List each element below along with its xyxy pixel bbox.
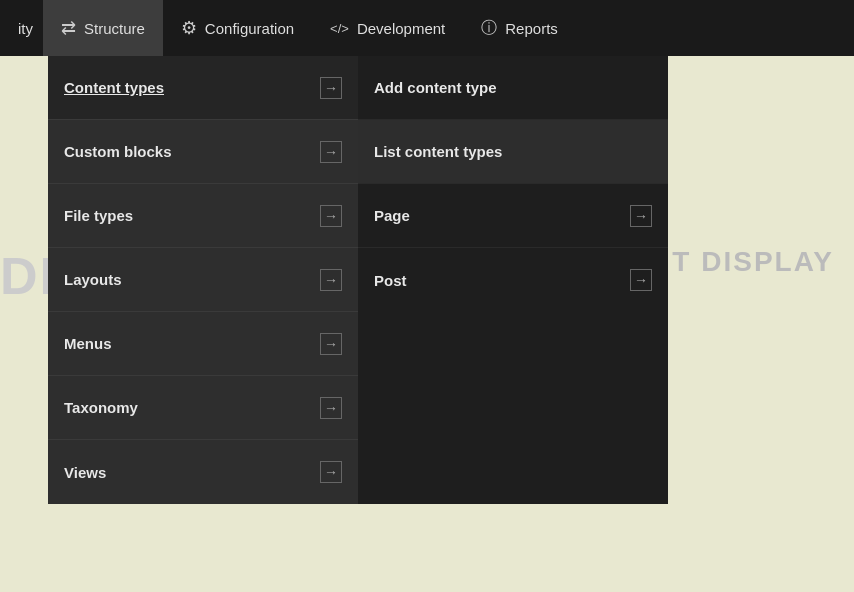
structure-icon: ⇄ <box>61 17 76 39</box>
views-label: Views <box>64 464 106 481</box>
nav-item-configuration[interactable]: ⚙ Configuration <box>163 0 312 56</box>
dropdown-item-views[interactable]: Views → <box>48 440 358 504</box>
menus-label: Menus <box>64 335 112 352</box>
dropdown-item-file-types[interactable]: File types → <box>48 184 358 248</box>
dropdown-item-layouts[interactable]: Layouts → <box>48 248 358 312</box>
nav-item-structure[interactable]: ⇄ Structure <box>43 0 163 56</box>
submenu-item-page[interactable]: Page → <box>358 184 668 248</box>
submenu-item-add-content-type[interactable]: Add content type <box>358 56 668 120</box>
nav-item-reports[interactable]: ⓘ Reports <box>463 0 576 56</box>
submenu-item-post[interactable]: Post → <box>358 248 668 312</box>
page-label: Page <box>374 207 410 224</box>
partial-label: ity <box>18 20 33 37</box>
file-types-label: File types <box>64 207 133 224</box>
nav-partial: ity <box>0 0 43 56</box>
dropdown-item-content-types[interactable]: Content types → <box>48 56 358 120</box>
development-icon: </> <box>330 21 349 36</box>
t-display-text: T DISPLAY <box>672 246 834 278</box>
add-content-type-label: Add content type <box>374 79 497 96</box>
custom-blocks-label: Custom blocks <box>64 143 172 160</box>
content-types-arrow-icon: → <box>320 77 342 99</box>
layouts-label: Layouts <box>64 271 122 288</box>
dropdown-item-menus[interactable]: Menus → <box>48 312 358 376</box>
reports-label: Reports <box>505 20 558 37</box>
layouts-arrow-icon: → <box>320 269 342 291</box>
submenu-item-list-content-types[interactable]: List content types <box>358 120 668 184</box>
dropdown-left: Content types → Custom blocks → File typ… <box>48 56 358 504</box>
list-content-types-label: List content types <box>374 143 502 160</box>
custom-blocks-arrow-icon: → <box>320 141 342 163</box>
taxonomy-arrow-icon: → <box>320 397 342 419</box>
views-arrow-icon: → <box>320 461 342 483</box>
development-label: Development <box>357 20 445 37</box>
taxonomy-label: Taxonomy <box>64 399 138 416</box>
structure-label: Structure <box>84 20 145 37</box>
configuration-label: Configuration <box>205 20 294 37</box>
configuration-icon: ⚙ <box>181 17 197 39</box>
file-types-arrow-icon: → <box>320 205 342 227</box>
nav-item-development[interactable]: </> Development <box>312 0 463 56</box>
page-arrow-icon: → <box>630 205 652 227</box>
dropdown-container: Content types → Custom blocks → File typ… <box>48 56 668 504</box>
dropdown-right: Add content type List content types Page… <box>358 56 668 504</box>
content-types-label: Content types <box>64 79 164 96</box>
post-label: Post <box>374 272 407 289</box>
post-arrow-icon: → <box>630 269 652 291</box>
reports-icon: ⓘ <box>481 18 497 39</box>
navbar: ity ⇄ Structure ⚙ Configuration </> Deve… <box>0 0 854 56</box>
dropdown-item-custom-blocks[interactable]: Custom blocks → <box>48 120 358 184</box>
menus-arrow-icon: → <box>320 333 342 355</box>
dropdown-item-taxonomy[interactable]: Taxonomy → <box>48 376 358 440</box>
